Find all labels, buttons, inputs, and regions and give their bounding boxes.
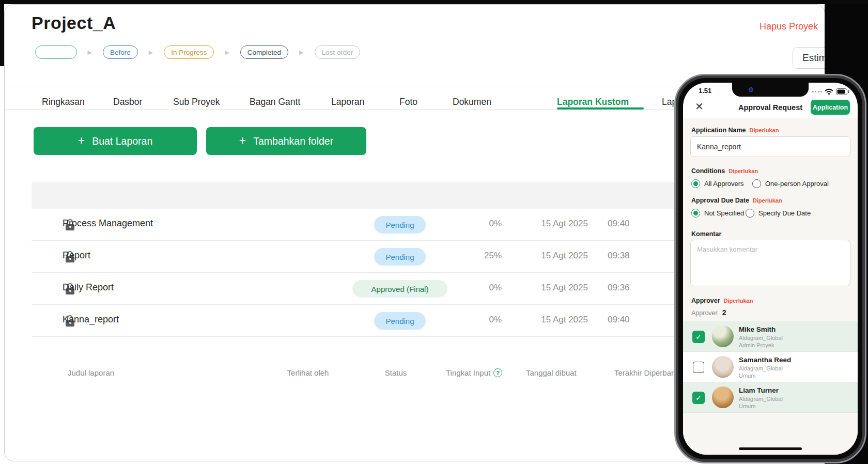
create-report-button[interactable]: + Buat Laporan: [34, 127, 197, 155]
report-title[interactable]: Report: [63, 250, 90, 261]
tingkat-input-label: Tingkat Input: [446, 368, 490, 377]
approver-row-mike-smith[interactable]: ✓ Mike Smith Aldagram_Global Admin Proye…: [683, 321, 858, 352]
updated-time: 09:38: [608, 251, 630, 261]
report-title[interactable]: Process Management: [63, 218, 153, 229]
tab-laporan-kustom[interactable]: Laporan Kustom: [557, 97, 629, 107]
updated-time: 09:40: [608, 219, 630, 229]
flow-arrow-icon: ▶: [88, 49, 92, 56]
create-report-label: Buat Laporan: [92, 135, 152, 147]
application-name-input[interactable]: [690, 136, 850, 157]
radio-unselected-icon[interactable]: [752, 179, 761, 188]
report-title[interactable]: Daily Report: [63, 282, 114, 293]
status-pill-before[interactable]: Before: [103, 45, 138, 59]
approver-name: Samantha Reed: [739, 356, 791, 364]
created-date: 15 Agt 2025: [499, 251, 588, 261]
active-tab-underline: [557, 107, 644, 110]
approver-count: Approver2: [691, 308, 726, 317]
radio-label: All Approvers: [704, 180, 744, 188]
form-scroll-area: Application NameDiperlukan ConditionsDip…: [683, 118, 858, 455]
radio-selected-icon[interactable]: [691, 179, 700, 188]
required-badge: Diperlukan: [753, 197, 782, 204]
radio-selected-icon[interactable]: [691, 209, 700, 218]
project-status-flow: Estimate ▶ Before ▶ In Progress ▶ Comple…: [35, 45, 360, 59]
radio-unselected-icon[interactable]: [746, 209, 754, 218]
status-pill-in-progress[interactable]: In Progress: [164, 45, 214, 59]
status-badge: Pending: [374, 216, 426, 234]
col-header-tingkat-input: Tingkat Input ?: [446, 368, 502, 377]
radio-specify-due-date[interactable]: Specify Due Date: [746, 209, 811, 218]
tab-ringkasan[interactable]: Ringkasan: [42, 97, 85, 107]
radio-not-specified[interactable]: Not Specified: [691, 209, 744, 218]
status-pill-completed[interactable]: Completed: [240, 45, 288, 59]
avatar: [712, 356, 734, 378]
status-bar-icons: [812, 88, 850, 95]
col-header-status: Status: [373, 368, 419, 377]
page-title: Project_A: [32, 13, 116, 33]
required-badge: Diperlukan: [724, 298, 753, 304]
comment-label: Komentar: [691, 230, 721, 238]
radio-all-approvers[interactable]: All Approvers: [691, 179, 744, 188]
updated-time: 09:40: [608, 315, 630, 325]
battery-icon: [836, 88, 849, 95]
approver-role: Admin Proyek: [739, 342, 774, 348]
radio-label: Specify Due Date: [758, 209, 811, 217]
signal-dots-icon: [812, 91, 823, 92]
col-header-terlihat-oleh: Terlihat oleh: [280, 368, 336, 377]
approver-role: Umum: [739, 403, 755, 409]
approver-list: ✓ Mike Smith Aldagram_Global Admin Proye…: [683, 321, 858, 413]
home-indicator[interactable]: [739, 447, 802, 450]
avatar: [712, 326, 734, 347]
plus-icon: +: [239, 134, 246, 148]
application-submit-button[interactable]: Application: [811, 100, 850, 115]
tab-dokumen[interactable]: Dokumen: [453, 97, 491, 107]
conditions-label: ConditionsDiperlukan: [691, 167, 758, 175]
tab-dasbor[interactable]: Dasbor: [113, 97, 142, 107]
updated-time: 09:36: [608, 283, 630, 293]
approver-name: Mike Smith: [739, 326, 776, 333]
approver-count-value: 2: [722, 308, 726, 317]
input-rate-value: 0%: [455, 283, 502, 293]
tab-bagan-gantt[interactable]: Bagan Gantt: [250, 97, 300, 107]
checkbox-unchecked-icon[interactable]: [693, 362, 704, 373]
approver-row-samantha-reed[interactable]: Samantha Reed Aldagram_Global Umum: [683, 352, 858, 382]
radio-one-person-approval[interactable]: One-person Approval: [752, 179, 829, 188]
plus-icon: +: [78, 134, 85, 148]
add-folder-label: Tambahkan folder: [253, 135, 333, 147]
approver-org: Aldagram_Global: [739, 335, 783, 341]
approver-label: ApproverDiperlukan: [691, 297, 753, 304]
due-date-label: Approval Due DateDiperlukan: [691, 197, 782, 204]
checkbox-checked-icon[interactable]: ✓: [692, 392, 705, 404]
status-pill-lost-order[interactable]: Lost order: [315, 45, 361, 59]
report-title[interactable]: Kanna_report: [63, 314, 119, 325]
checkbox-checked-icon[interactable]: ✓: [692, 331, 705, 343]
phone-screen: 1.51 ✕ Approval Request Applic: [683, 83, 858, 455]
required-badge: Diperlukan: [750, 127, 779, 133]
delete-project-link[interactable]: Hapus Proyek: [760, 21, 818, 32]
add-folder-button[interactable]: + Tambahkan folder: [206, 127, 366, 155]
status-pill-estimate[interactable]: Estimate: [35, 45, 77, 59]
canvas-left-edge: [0, 0, 4, 66]
approver-row-liam-turner[interactable]: ✓ Liam Turner Aldagram_Global Umum: [683, 382, 858, 413]
col-header-tanggal-dibuat: Tanggal dibuat: [526, 368, 577, 377]
estimate-dropdown-button[interactable]: Estim: [793, 47, 825, 69]
help-icon[interactable]: ?: [493, 368, 502, 377]
comment-textarea[interactable]: [690, 240, 850, 286]
canvas-top-edge: [0, 0, 868, 4]
application-name-label: Application NameDiperlukan: [691, 127, 779, 134]
status-badge: Pending: [374, 248, 426, 266]
approver-role: Umum: [739, 373, 755, 379]
avatar: [712, 386, 734, 408]
col-header-judul-laporan: Judul laporan: [68, 368, 114, 377]
approver-name: Liam Turner: [739, 386, 779, 394]
field-label: Approver: [691, 297, 720, 304]
front-camera-icon: [749, 87, 753, 92]
status-badge: Approved (Final): [352, 280, 447, 298]
tab-sub-proyek[interactable]: Sub Proyek: [173, 97, 220, 107]
tab-foto[interactable]: Foto: [399, 97, 417, 107]
flow-arrow-icon: ▶: [299, 49, 303, 56]
approver-org: Aldagram_Global: [739, 396, 783, 402]
flow-arrow-icon: ▶: [225, 49, 229, 56]
input-rate-value: 25%: [455, 251, 502, 261]
tab-laporan[interactable]: Laporan: [331, 97, 364, 107]
created-date: 15 Agt 2025: [499, 283, 588, 293]
